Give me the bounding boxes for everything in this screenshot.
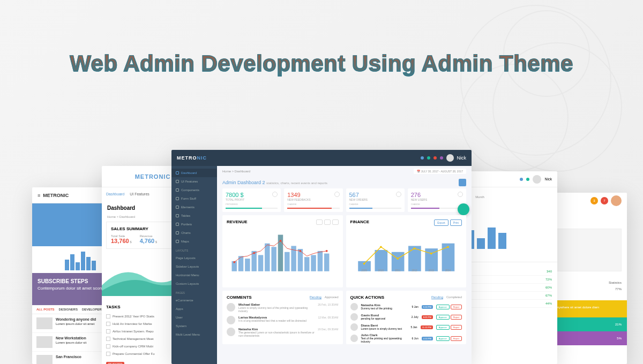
svg-text:2014: 2014 xyxy=(445,269,451,272)
nav-dashboard[interactable]: Dashboard xyxy=(106,192,124,196)
avatar[interactable] xyxy=(611,195,622,206)
sidebar-item[interactable]: Charts xyxy=(171,229,217,237)
sidebar-item[interactable]: Horizontal Menu xyxy=(171,271,217,279)
sidebar-item[interactable]: Elements xyxy=(171,203,217,211)
breadcrumb: Home > Dashboard xyxy=(222,170,250,173)
sidebar-item[interactable]: Apps xyxy=(171,305,217,313)
svg-text:2009: 2009 xyxy=(361,269,367,272)
svg-point-20 xyxy=(253,252,255,254)
tab-designers[interactable]: DESIGNERS xyxy=(59,308,78,311)
avatar xyxy=(227,316,235,324)
tab-pending[interactable]: Pending xyxy=(431,295,443,299)
mail-icon[interactable] xyxy=(427,156,430,160)
reject-button[interactable]: Reject xyxy=(451,325,462,330)
sidebar-item[interactable]: Multi Level Menu xyxy=(171,330,217,339)
chart-opt-icon[interactable] xyxy=(316,219,323,225)
svg-rect-26 xyxy=(391,252,404,271)
approve-button[interactable]: Approve xyxy=(436,336,450,341)
sidebar: Dashboard UI Features Components Form St… xyxy=(171,166,217,364)
svg-text:2010: 2010 xyxy=(378,269,384,272)
user-name[interactable]: Nick xyxy=(457,155,467,161)
svg-rect-15 xyxy=(304,257,309,271)
reject-button[interactable]: Reject xyxy=(451,336,462,341)
stat-profit: 7800 $TOTAL PROFITPROGRESS xyxy=(222,188,281,212)
mail-icon[interactable] xyxy=(526,178,529,181)
tab-pending[interactable]: Pending xyxy=(310,295,322,299)
svg-point-21 xyxy=(280,240,282,242)
nav-ui[interactable]: UI Features xyxy=(130,192,149,196)
sidebar-item[interactable]: Sidebar Layouts xyxy=(171,262,217,271)
panel-main: METRONIC Nick Dashboard UI Features Comp… xyxy=(171,150,472,364)
badge-rejected: REJECTED xyxy=(106,362,124,364)
svg-rect-25 xyxy=(375,250,387,271)
sidebar-item[interactable]: eCommerce xyxy=(171,296,217,305)
svg-rect-6 xyxy=(245,259,250,271)
sidebar-item[interactable]: UI Features xyxy=(171,177,217,186)
gear-icon[interactable] xyxy=(459,179,466,186)
svg-rect-18 xyxy=(324,254,329,271)
svg-rect-17 xyxy=(318,251,323,271)
notif-icon[interactable]: 3 xyxy=(590,197,598,204)
avatar xyxy=(227,303,235,312)
approve-button[interactable]: Approve xyxy=(436,305,450,309)
alert-icon[interactable] xyxy=(433,156,437,160)
print-button[interactable]: Print xyxy=(450,219,462,226)
avatar xyxy=(227,328,235,336)
svg-point-34 xyxy=(430,253,432,255)
sidebar-item[interactable]: Maps xyxy=(171,237,217,246)
tab-completed[interactable]: Completed xyxy=(446,295,462,299)
sidebar-item[interactable]: Page Layouts xyxy=(171,254,217,262)
export-button[interactable]: Export xyxy=(434,219,448,226)
approve-button[interactable]: Approve xyxy=(436,325,450,330)
comments-card: COMMENTSPendingApproved Michael BakerLor… xyxy=(222,291,343,344)
date-range[interactable]: 📅 JULY 30, 2017 - AUGUST 28, 2017 xyxy=(414,169,466,174)
main-content: Home > Dashboard 📅 JULY 30, 2017 - AUGUS… xyxy=(217,166,472,364)
tab-all[interactable]: ALL POSTS xyxy=(36,308,55,311)
reject-button[interactable]: Reject xyxy=(451,315,462,320)
avatar[interactable] xyxy=(533,175,541,184)
svg-text:2012: 2012 xyxy=(412,269,417,272)
user-name: Nick xyxy=(544,177,552,181)
svg-point-31 xyxy=(379,246,382,248)
task-icon[interactable] xyxy=(440,156,443,160)
sidebar-item[interactable]: Custom Layouts xyxy=(171,279,217,288)
sidebar-item[interactable]: Form Stuff xyxy=(171,194,217,203)
sidebar-item[interactable]: Components xyxy=(171,186,217,194)
sidebar-item[interactable]: Portlets xyxy=(171,220,217,229)
brand: METRONIC xyxy=(177,155,207,161)
svg-rect-46 xyxy=(498,233,506,249)
stat-feedbacks: 1349NEW FEEDBACKSCHANGE xyxy=(284,188,342,212)
svg-rect-44 xyxy=(477,238,485,249)
svg-text:2011: 2011 xyxy=(394,269,400,272)
svg-rect-8 xyxy=(258,255,263,271)
svg-rect-12 xyxy=(285,252,289,271)
avatar[interactable] xyxy=(446,154,454,162)
notif-icon[interactable] xyxy=(520,178,523,181)
svg-rect-9 xyxy=(265,244,270,271)
svg-rect-16 xyxy=(311,255,316,271)
tab-approved[interactable]: Approved xyxy=(325,295,339,299)
revenue-chart: REVENUE xyxy=(222,215,343,287)
alert-icon[interactable]: 7 xyxy=(601,197,608,204)
sidebar-item[interactable]: Tables xyxy=(171,211,217,220)
svg-point-22 xyxy=(300,250,302,252)
svg-rect-10 xyxy=(271,247,276,271)
svg-point-32 xyxy=(397,257,399,260)
sidebar-item-dashboard[interactable]: Dashboard xyxy=(171,169,217,177)
chart-opt-icon[interactable] xyxy=(332,219,339,225)
fab-button[interactable] xyxy=(458,203,469,215)
reject-button[interactable]: Reject xyxy=(451,305,462,309)
approve-button[interactable]: Approve xyxy=(436,315,450,320)
svg-point-0 xyxy=(461,5,611,155)
notif-icon[interactable] xyxy=(421,156,424,160)
page-title: Web Admin Development Using Admin Theme xyxy=(70,51,573,77)
chart-opt-icon[interactable] xyxy=(324,219,331,225)
sidebar-item[interactable]: System xyxy=(171,322,217,330)
topbar: METRONIC Nick xyxy=(171,150,472,166)
sidebar-item[interactable]: User xyxy=(171,313,217,322)
tab-developers[interactable]: DEVELOPERS xyxy=(82,308,104,311)
svg-point-30 xyxy=(363,263,365,265)
brand: METRONIC xyxy=(135,173,171,180)
quick-actions-card: QUICK ACTIONSPendingCompleted Natasha Ki… xyxy=(346,291,467,344)
svg-rect-45 xyxy=(488,228,496,249)
